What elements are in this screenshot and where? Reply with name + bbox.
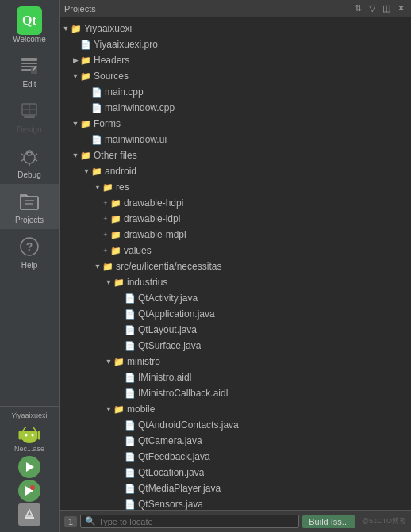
arrow-res: ▼ bbox=[93, 182, 102, 192]
tree-item-industrius[interactable]: ▼ 📁 industrius bbox=[60, 274, 411, 290]
arrow-drawable-ldpi: + bbox=[101, 214, 110, 224]
tree-item-ministro[interactable]: ▼ 📁 ministro bbox=[60, 354, 411, 369]
tree-item-qtactivity[interactable]: ▶ 📄 QtActivity.java bbox=[60, 290, 411, 306]
sidebar-bottom: Yiyaaixuexi Nec...ase bbox=[0, 406, 59, 532]
tree-item-mainwindowcpp[interactable]: ▶ 📄 mainwindow.cpp bbox=[60, 100, 411, 116]
tree-item-pro[interactable]: ▶ 📄 Yiyaaixuexi.pro bbox=[60, 36, 411, 52]
svg-rect-9 bbox=[24, 116, 35, 118]
search-input[interactable] bbox=[98, 517, 294, 526]
arrow-src: ▼ bbox=[93, 262, 102, 271]
label-qtmediaplayer: QtMediaPlayer.java bbox=[138, 483, 221, 494]
sidebar-item-design[interactable]: Design bbox=[0, 94, 59, 139]
arrow-industrius: ▼ bbox=[104, 277, 113, 287]
search-box[interactable]: 🔍 bbox=[80, 515, 299, 528]
svg-rect-0 bbox=[21, 58, 37, 61]
help-label: Help bbox=[21, 261, 38, 270]
tree-item-qtmediaplayer[interactable]: ▶ 📄 QtMediaPlayer.java bbox=[60, 480, 411, 496]
design-label: Design bbox=[17, 125, 41, 134]
tree-item-maincpp[interactable]: ▶ 📄 main.cpp bbox=[60, 84, 411, 100]
arrow-root: ▼ bbox=[61, 24, 71, 33]
tree-item-iministrocallback[interactable]: ▶ 📄 IMinistroCallback.aidl bbox=[60, 385, 411, 401]
tree-item-mainwindowui[interactable]: ▶ 📄 mainwindow.ui bbox=[60, 132, 411, 147]
sidebar-item-debug[interactable]: Debug bbox=[0, 139, 59, 184]
aidl-icon-iministrocallback: 📄 bbox=[125, 388, 136, 399]
filter-button[interactable]: ▽ bbox=[367, 3, 378, 14]
svg-line-12 bbox=[21, 154, 24, 155]
close-button[interactable]: ✕ bbox=[395, 3, 406, 14]
tree-item-sources[interactable]: ▼ 📁 Sources bbox=[60, 68, 411, 84]
tree-item-drawable-hdpi[interactable]: + 📁 drawable-hdpi bbox=[60, 195, 411, 211]
label-mainwindowcpp: mainwindow.cpp bbox=[105, 102, 175, 113]
collapse-button[interactable]: ◫ bbox=[381, 3, 392, 14]
svg-rect-17 bbox=[21, 197, 38, 209]
svg-marker-35 bbox=[26, 510, 33, 516]
svg-point-10 bbox=[24, 152, 35, 163]
svg-rect-34 bbox=[25, 517, 34, 519]
label-qtfeedback: QtFeedback.java bbox=[138, 451, 210, 462]
tree-item-iministro[interactable]: ▶ 📄 IMinistro.aidl bbox=[60, 369, 411, 385]
label-root: Yiyaaixuexi bbox=[84, 23, 132, 34]
tree-item-src[interactable]: ▼ 📁 src/eu/licentia/necessitas bbox=[60, 258, 411, 274]
tree-item-forms[interactable]: ▼ 📁 Forms bbox=[60, 116, 411, 132]
sidebar-item-edit[interactable]: Edit bbox=[0, 48, 59, 94]
folder-icon-android: 📁 bbox=[91, 166, 102, 177]
java-icon-qtlocation: 📄 bbox=[125, 467, 136, 478]
tree-item-qtlocation[interactable]: ▶ 📄 QtLocation.java bbox=[60, 465, 411, 480]
tree-item-android[interactable]: ▼ 📁 android bbox=[60, 163, 411, 179]
tree-item-qtlayout[interactable]: ▶ 📄 QtLayout.java bbox=[60, 322, 411, 338]
svg-point-24 bbox=[25, 434, 28, 437]
sidebar-item-projects[interactable]: Projects bbox=[0, 184, 59, 229]
label-qtsurface: QtSurface.java bbox=[138, 340, 201, 351]
arrow-headers: ▶ bbox=[71, 55, 80, 65]
tree-item-qtandroidcontacts[interactable]: ▶ 📄 QtAndroidContacts.java bbox=[60, 417, 411, 433]
tree-item-otherfiles[interactable]: ▼ 📁 Other files bbox=[60, 147, 411, 163]
design-icon bbox=[17, 98, 42, 124]
tree-item-values[interactable]: + 📁 values bbox=[60, 243, 411, 258]
folder-icon-forms: 📁 bbox=[80, 118, 91, 129]
file-tree[interactable]: ▼ 📁 Yiyaaixuexi ▶ 📄 Yiyaaixuexi.pro ▶ 📁 … bbox=[60, 17, 411, 510]
panel-title: Projects bbox=[64, 4, 96, 13]
tree-item-mobile[interactable]: ▼ 📁 mobile bbox=[60, 401, 411, 417]
project-mini: Yiyaaixuexi Nec...ase bbox=[3, 411, 56, 453]
folder-icon-drawable-mdpi: 📁 bbox=[110, 229, 121, 240]
svg-rect-23 bbox=[21, 431, 37, 440]
edit-label: Edit bbox=[22, 80, 36, 89]
arrow-android: ▼ bbox=[82, 166, 91, 176]
pro-icon: 📄 bbox=[80, 39, 91, 50]
folder-icon-mobile: 📁 bbox=[113, 404, 125, 415]
run-button[interactable] bbox=[18, 456, 40, 478]
title-controls: ⇅ ▽ ◫ ✕ bbox=[352, 3, 406, 14]
tree-item-res[interactable]: ▼ 📁 res bbox=[60, 179, 411, 195]
ui-icon-mainwindow: 📄 bbox=[91, 134, 102, 145]
svg-line-15 bbox=[35, 159, 37, 161]
svg-rect-1 bbox=[21, 63, 37, 64]
debug-run-button[interactable] bbox=[18, 480, 40, 502]
build-button[interactable] bbox=[18, 503, 40, 526]
label-ministro: ministro bbox=[127, 356, 160, 367]
label-qtsensors: QtSensors.java bbox=[138, 499, 203, 510]
folder-icon-industrius: 📁 bbox=[113, 277, 125, 288]
sort-button[interactable]: ⇅ bbox=[352, 3, 363, 14]
sidebar-item-help[interactable]: ? Help bbox=[0, 229, 59, 274]
tree-item-qtfeedback[interactable]: ▶ 📄 QtFeedback.java bbox=[60, 449, 411, 465]
tree-item-drawable-ldpi[interactable]: + 📁 drawable-ldpi bbox=[60, 211, 411, 227]
label-forms: Forms bbox=[94, 118, 121, 129]
label-mainwindowui: mainwindow.ui bbox=[105, 134, 167, 145]
project-mini-name: Yiyaaixuexi bbox=[11, 411, 47, 419]
label-qtapplication: QtApplication.java bbox=[138, 308, 215, 320]
label-android: android bbox=[105, 166, 136, 177]
tree-item-root[interactable]: ▼ 📁 Yiyaaixuexi bbox=[60, 21, 411, 36]
arrow-forms: ▼ bbox=[71, 119, 80, 128]
java-icon-qtcamera: 📄 bbox=[125, 435, 136, 446]
tree-item-drawable-mdpi[interactable]: + 📁 drawable-mdpi bbox=[60, 227, 411, 243]
tree-item-headers[interactable]: ▶ 📁 Headers bbox=[60, 52, 411, 68]
build-issues-tab[interactable]: Build Iss... bbox=[302, 515, 355, 528]
tree-item-qtsensors[interactable]: ▶ 📄 QtSensors.java bbox=[60, 496, 411, 510]
sidebar-item-welcome[interactable]: Qt Welcome bbox=[0, 3, 59, 48]
tree-item-qtapplication[interactable]: ▶ 📄 QtApplication.java bbox=[60, 306, 411, 322]
title-bar: Projects ⇅ ▽ ◫ ✕ bbox=[60, 0, 411, 17]
folder-icon-res: 📁 bbox=[102, 182, 113, 193]
welcome-label: Welcome bbox=[13, 35, 46, 44]
tree-item-qtsurface[interactable]: ▶ 📄 QtSurface.java bbox=[60, 338, 411, 354]
tree-item-qtcamera[interactable]: ▶ 📄 QtCamera.java bbox=[60, 433, 411, 449]
